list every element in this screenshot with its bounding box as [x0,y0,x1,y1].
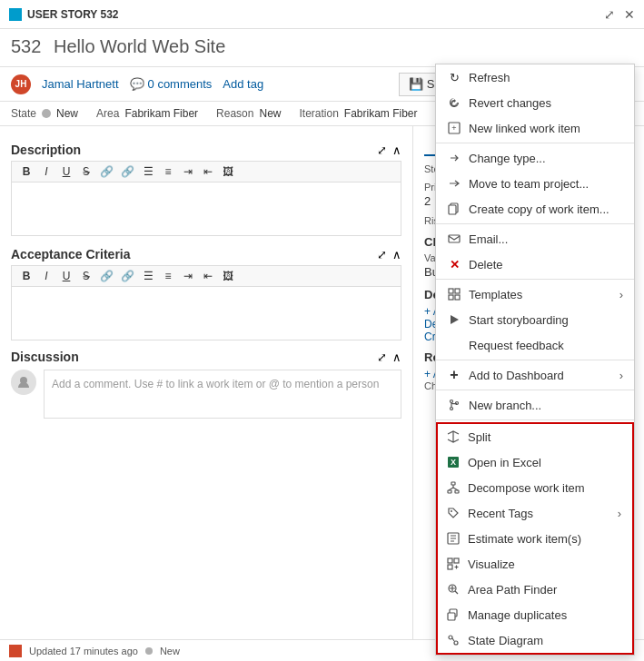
maximize-button[interactable]: ⤢ [604,7,615,22]
title-bar-right: ⤢ ✕ [604,7,635,22]
discussion-header: Discussion ⤢ ∧ [11,350,401,364]
expand-icon2[interactable]: ⤢ [377,248,387,261]
reason-label: Reason [216,107,253,120]
discussion-input[interactable]: Add a comment. Use # to link a work item… [44,370,401,419]
menu-item-state-diagram[interactable]: State Diagram [438,627,632,653]
visualize-icon [446,557,461,571]
underline-button2[interactable]: U [57,269,75,283]
revert-label: Revert changes [469,96,551,110]
menu-item-area-finder[interactable]: Area Path Finder [438,577,632,602]
work-item-title: Hello World Web Site [54,36,225,56]
svg-rect-16 [451,482,455,485]
comments-button[interactable]: 💬 0 comments [130,77,213,91]
bold-button[interactable]: B [17,164,35,179]
new-branch-icon [447,398,461,412]
link2-button2[interactable]: 🔗 [118,269,137,283]
menu-item-recent-tags[interactable]: Recent Tags› [438,500,632,526]
email-icon [447,232,461,246]
menu-item-split[interactable]: Split [438,424,632,449]
list-button[interactable]: ☰ [139,164,157,179]
reason-field: Reason New [216,107,281,120]
avatar: JH [11,74,31,94]
add-tag-button[interactable]: Add tag [223,77,263,91]
outdent-button2[interactable]: ⇤ [199,269,217,283]
menu-item-new-branch[interactable]: New branch... [436,392,634,418]
indent-button[interactable]: ⇥ [179,164,197,179]
refresh-label: Refresh [469,71,510,84]
menu-item-visualize[interactable]: Visualize [438,551,632,577]
menu-item-feedback[interactable]: Request feedback [436,332,634,358]
new-linked-label: New linked work item [469,122,580,135]
image-button[interactable]: 🖼 [219,164,237,179]
expand-icon3[interactable]: ⤢ [377,350,387,364]
close-button[interactable]: ✕ [624,7,635,22]
copy-work-label: Create copy of work item... [469,202,609,216]
menu-item-refresh[interactable]: ↻Refresh [436,64,634,90]
status-state: New [160,646,180,656]
menu-item-decompose[interactable]: Decompose work item [438,475,632,500]
italic-button[interactable]: I [37,164,55,179]
collapse-icon3[interactable]: ∧ [392,350,401,364]
menu-item-templates[interactable]: Templates› [436,281,634,307]
svg-rect-7 [455,289,460,293]
user-story-icon [9,8,22,21]
list-button2[interactable]: ☰ [139,269,157,283]
svg-rect-18 [455,490,459,493]
link-button[interactable]: 🔗 [97,164,116,179]
title-bar: USER STORY 532 ⤢ ✕ [0,0,644,29]
refresh-icon: ↻ [447,70,461,84]
outdent-button[interactable]: ⇤ [199,164,217,179]
svg-point-19 [451,510,452,512]
description-toolbar[interactable]: B I U S̶ 🔗 🔗 ☰ ≡ ⇥ ⇤ 🖼 [11,161,401,182]
menu-item-open-excel[interactable]: XOpen in Excel [438,449,632,475]
menu-item-move-team[interactable]: Move to team project... [436,171,634,196]
menu-item-new-linked[interactable]: +New linked work item [436,115,634,141]
svg-point-27 [449,636,452,639]
state-diagram-icon [446,633,461,647]
menu-item-delete[interactable]: ✕Delete [436,252,634,277]
indent-button2[interactable]: ⇥ [179,269,197,283]
iteration-value[interactable]: Fabrikam Fiber [344,107,418,120]
area-value[interactable]: Fabrikam Fiber [124,107,198,120]
image-button2[interactable]: 🖼 [219,269,237,283]
open-excel-icon: X [446,455,461,469]
menu-item-estimate[interactable]: Estimate work item(s) [438,526,632,551]
strikethrough-button[interactable]: S̶ [77,164,95,179]
svg-rect-23 [448,565,452,569]
description-editor[interactable] [11,182,401,236]
status-text: Updated 17 minutes ago [29,646,138,656]
acceptance-editor[interactable] [11,286,401,340]
menu-item-change-type[interactable]: Change type... [436,145,634,171]
state-value[interactable]: New [56,107,78,120]
bold-button2[interactable]: B [17,269,35,283]
expand-icon[interactable]: ⤢ [377,143,387,157]
comments-count: 0 comments [148,77,213,91]
state-diagram-label: State Diagram [468,634,543,647]
collapse-icon[interactable]: ∧ [392,143,401,157]
menu-item-copy-work[interactable]: Create copy of work item... [436,196,634,222]
link2-button[interactable]: 🔗 [118,164,137,179]
menu-item-duplicates[interactable]: Manage duplicates [438,602,632,627]
menu-item-dashboard[interactable]: +Add to Dashboard› [436,362,634,388]
reason-value[interactable]: New [259,107,281,120]
acceptance-toolbar[interactable]: B I U S̶ 🔗 🔗 ☰ ≡ ⇥ ⇤ 🖼 [11,265,401,286]
work-item-id: 532 [11,36,41,56]
strikethrough-button2[interactable]: S̶ [77,269,95,283]
svg-point-28 [454,641,458,645]
olist-button2[interactable]: ≡ [159,269,177,283]
menu-item-revert[interactable]: Revert changes [436,90,634,115]
collapse-icon2[interactable]: ∧ [392,248,401,261]
red-section: SplitXOpen in ExcelDecompose work itemRe… [436,422,634,655]
link-button2[interactable]: 🔗 [97,269,116,283]
discussion-title: Discussion [11,350,79,364]
italic-button2[interactable]: I [37,269,55,283]
menu-item-email[interactable]: Email... [436,226,634,252]
title-bar-left: USER STORY 532 [9,8,119,21]
state-dot-status [145,647,153,655]
menu-item-storyboard[interactable]: Start storyboarding [436,307,634,332]
move-team-label: Move to team project... [469,177,589,191]
olist-button[interactable]: ≡ [159,164,177,179]
user-name[interactable]: Jamal Hartnett [42,77,119,91]
decompose-label: Decompose work item [468,481,585,495]
underline-button[interactable]: U [57,164,75,179]
